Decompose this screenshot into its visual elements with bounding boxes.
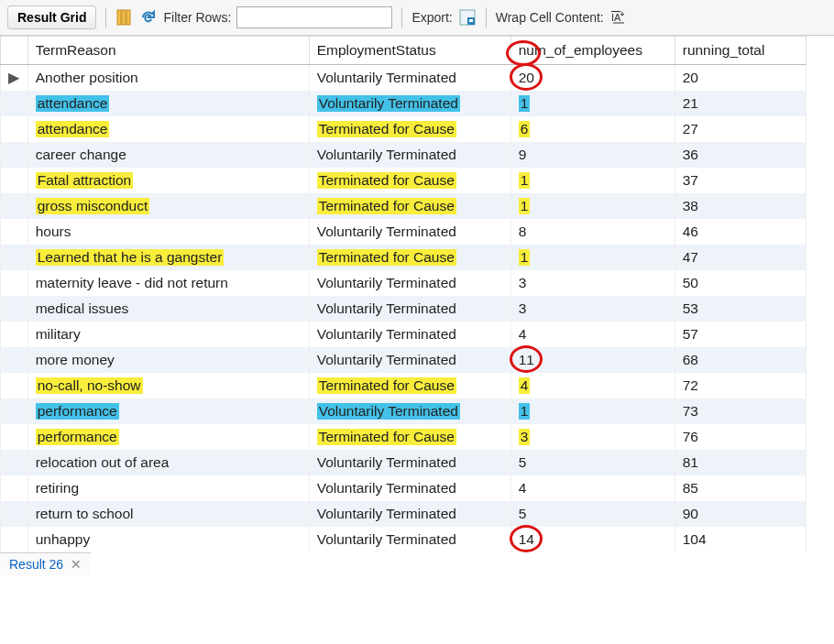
cell-employmentstatus: Voluntarily Terminated	[309, 270, 510, 296]
cell-employmentstatus: Terminated for Cause	[309, 116, 510, 142]
table-row[interactable]: performanceTerminated for Cause376	[1, 424, 807, 450]
table-row[interactable]: Fatal attractionTerminated for Cause137	[1, 168, 807, 193]
cell-running-total: 21	[675, 91, 806, 116]
row-indicator	[1, 219, 28, 245]
export-save-icon[interactable]	[458, 8, 477, 27]
cell-employmentstatus: Voluntarily Terminated	[309, 91, 510, 116]
table-row[interactable]: relocation out of areaVoluntarily Termin…	[1, 450, 807, 475]
cell-termreason: Fatal attraction	[27, 168, 309, 193]
cell-running-total: 53	[675, 296, 806, 322]
col-termreason[interactable]: TermReason	[27, 37, 309, 65]
cell-employmentstatus: Voluntarily Terminated	[309, 347, 510, 373]
refresh-icon[interactable]	[139, 8, 158, 27]
svg-rect-0	[117, 10, 121, 25]
table-row[interactable]: career changeVoluntarily Terminated936	[1, 142, 807, 168]
cell-num-of-employees: 20	[510, 65, 675, 92]
cell-termreason: military	[27, 322, 309, 347]
cell-num-of-employees: 5	[510, 450, 675, 475]
table-row[interactable]: gross misconductTerminated for Cause138	[1, 193, 807, 219]
separator	[486, 7, 487, 27]
cell-termreason: retiring	[27, 475, 309, 501]
svg-text:IA: IA	[611, 12, 621, 23]
row-indicator	[1, 347, 28, 373]
table-row[interactable]: return to schoolVoluntarily Terminated59…	[1, 501, 807, 527]
table-row[interactable]: attendanceTerminated for Cause627	[1, 116, 807, 142]
cell-num-of-employees: 3	[510, 296, 675, 322]
header-row: TermReason EmploymentStatus num_of_emplo…	[1, 37, 807, 65]
cell-employmentstatus: Voluntarily Terminated	[309, 501, 510, 527]
table-row[interactable]: militaryVoluntarily Terminated457	[1, 322, 807, 347]
cell-running-total: 81	[675, 450, 806, 475]
row-indicator	[1, 245, 28, 270]
table-row[interactable]: hoursVoluntarily Terminated846	[1, 219, 807, 245]
cell-running-total: 36	[675, 142, 806, 168]
table-row[interactable]: maternity leave - did not returnVoluntar…	[1, 270, 807, 296]
result-tab[interactable]: Result 26 ✕	[0, 552, 91, 575]
cell-num-of-employees: 3	[510, 270, 675, 296]
cell-num-of-employees: 3	[510, 424, 675, 450]
row-indicator	[1, 501, 28, 527]
wrap-cell-label: Wrap Cell Content:	[496, 10, 604, 25]
cell-num-of-employees: 4	[510, 475, 675, 501]
filter-rows-label: Filter Rows:	[163, 10, 231, 25]
col-num-label: num_of_employees	[519, 42, 642, 58]
cell-num-of-employees: 1	[510, 245, 675, 270]
cell-running-total: 90	[675, 501, 806, 527]
separator	[401, 7, 402, 27]
status-bar: Result 26 ✕	[0, 552, 834, 575]
col-employmentstatus[interactable]: EmploymentStatus	[309, 37, 510, 65]
cell-running-total: 73	[675, 398, 806, 424]
result-toolbar: Result Grid Filter Rows: Export: Wrap Ce…	[0, 0, 834, 36]
table-row[interactable]: performanceVoluntarily Terminated173	[1, 398, 807, 424]
cell-termreason: no-call, no-show	[27, 373, 309, 398]
cell-termreason: attendance	[27, 116, 309, 142]
table-row[interactable]: retiringVoluntarily Terminated485	[1, 475, 807, 501]
col-num-of-employees[interactable]: num_of_employees	[510, 37, 675, 65]
result-grid[interactable]: TermReason EmploymentStatus num_of_emplo…	[0, 36, 834, 552]
cell-running-total: 46	[675, 219, 806, 245]
table-row[interactable]: Learned that he is a gangsterTerminated …	[1, 245, 807, 270]
cell-termreason: Learned that he is a gangster	[27, 245, 309, 270]
cell-running-total: 68	[675, 347, 806, 373]
cell-num-of-employees: 5	[510, 501, 675, 527]
svg-rect-2	[126, 10, 130, 25]
filter-rows-input[interactable]	[236, 6, 392, 28]
table-row[interactable]: attendanceVoluntarily Terminated121	[1, 91, 807, 116]
cell-employmentstatus: Voluntarily Terminated	[309, 475, 510, 501]
grid-view-icon[interactable]	[115, 8, 134, 27]
row-indicator	[1, 296, 28, 322]
col-running-total[interactable]: running_total	[675, 37, 806, 65]
cell-num-of-employees: 4	[510, 322, 675, 347]
cell-num-of-employees: 8	[510, 219, 675, 245]
cell-running-total: 72	[675, 373, 806, 398]
cell-running-total: 27	[675, 116, 806, 142]
table-row[interactable]: more moneyVoluntarily Terminated1168	[1, 347, 807, 373]
close-icon[interactable]: ✕	[71, 557, 82, 572]
table-row[interactable]: medical issuesVoluntarily Terminated353	[1, 296, 807, 322]
row-indicator	[1, 193, 28, 219]
table-row[interactable]: no-call, no-showTerminated for Cause472	[1, 373, 807, 398]
cell-employmentstatus: Voluntarily Terminated	[309, 398, 510, 424]
cell-employmentstatus: Terminated for Cause	[309, 424, 510, 450]
separator	[105, 7, 106, 27]
row-indicator	[1, 270, 28, 296]
cell-num-of-employees: 1	[510, 193, 675, 219]
cell-termreason: medical issues	[27, 296, 309, 322]
cell-termreason: relocation out of area	[27, 450, 309, 475]
row-indicator	[1, 450, 28, 475]
cell-termreason: return to school	[27, 501, 309, 527]
cell-termreason: Another position	[27, 65, 309, 92]
result-tab-label: Result 26	[9, 557, 63, 572]
cell-termreason: maternity leave - did not return	[27, 270, 309, 296]
cell-employmentstatus: Voluntarily Terminated	[309, 322, 510, 347]
cell-termreason: more money	[27, 347, 309, 373]
result-grid-button[interactable]: Result Grid	[7, 5, 96, 29]
table-row[interactable]: ▶Another positionVoluntarily Terminated2…	[1, 65, 807, 92]
row-indicator	[1, 398, 28, 424]
cell-num-of-employees: 14	[510, 527, 675, 552]
cell-termreason: hours	[27, 219, 309, 245]
cell-employmentstatus: Voluntarily Terminated	[309, 296, 510, 322]
wrap-cell-icon[interactable]: IA	[609, 8, 628, 27]
cell-num-of-employees: 1	[510, 91, 675, 116]
table-row[interactable]: unhappyVoluntarily Terminated14104	[1, 527, 807, 552]
